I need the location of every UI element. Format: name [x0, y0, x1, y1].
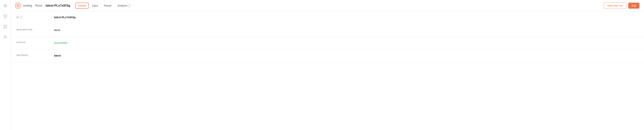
- breadcrumb-sep-2: ›: [44, 4, 44, 7]
- breadcrumb-current: latest-PLs7xtKSg: [46, 4, 70, 7]
- tab-input[interactable]: Input: [90, 3, 100, 9]
- label-id: ID ?: [16, 16, 54, 19]
- detail-row-instance: INSTANCE latest: [10, 50, 644, 62]
- detail-row-description: DESCRIPTION None: [10, 24, 644, 37]
- sidebar: [0, 0, 10, 130]
- breadcrumb-section[interactable]: Runs: [35, 4, 42, 7]
- value-description: None: [54, 28, 60, 32]
- label-status: STATUS: [16, 41, 54, 44]
- rocket-icon[interactable]: [2, 2, 8, 9]
- breadcrumb: routing › Runs › latest-PLs7xtKSg: [23, 4, 70, 7]
- svg-point-7: [5, 36, 6, 37]
- analysis-help-icon[interactable]: ?: [128, 4, 131, 7]
- cube-icon[interactable]: [2, 13, 8, 20]
- breadcrumb-project[interactable]: routing: [23, 4, 32, 7]
- svg-rect-2: [4, 25, 5, 26]
- value-instance: latest: [54, 54, 61, 57]
- users-icon[interactable]: [2, 34, 8, 41]
- tab-details[interactable]: Details: [76, 3, 89, 9]
- start-new-run-button[interactable]: Start new run: [604, 3, 626, 9]
- label-instance: INSTANCE: [16, 54, 54, 56]
- value-id: latest-PLs7xtKSg: [54, 16, 76, 19]
- svg-rect-3: [6, 25, 6, 26]
- detail-row-status: STATUS Succeeded: [10, 37, 644, 50]
- brand-icon[interactable]: [15, 3, 21, 9]
- svg-rect-4: [4, 27, 5, 28]
- grid-icon[interactable]: [2, 23, 8, 30]
- svg-point-6: [4, 36, 5, 37]
- label-description: DESCRIPTION: [16, 28, 54, 31]
- svg-rect-5: [6, 27, 6, 28]
- tabs-nav: Details Input Result Analysis ?: [76, 3, 134, 9]
- top-bar-left: routing › Runs › latest-PLs7xtKSg Detail…: [15, 3, 133, 9]
- tab-result[interactable]: Result: [101, 3, 114, 9]
- breadcrumb-sep-1: ›: [33, 4, 34, 7]
- tab-analysis[interactable]: Analysis ?: [115, 3, 133, 9]
- main-content: routing › Runs › latest-PLs7xtKSg Detail…: [10, 0, 644, 130]
- svg-point-0: [5, 5, 6, 6]
- edit-button[interactable]: Edit: [628, 3, 640, 9]
- detail-row-id: ID ? latest-PLs7xtKSg: [10, 11, 644, 24]
- detail-body: ID ? latest-PLs7xtKSg DESCRIPTION None S…: [10, 11, 644, 130]
- top-bar: routing › Runs › latest-PLs7xtKSg Detail…: [10, 0, 644, 11]
- id-help-icon[interactable]: ?: [20, 16, 23, 19]
- top-bar-right: Start new run Edit: [604, 3, 640, 9]
- value-status: Succeeded: [54, 41, 67, 44]
